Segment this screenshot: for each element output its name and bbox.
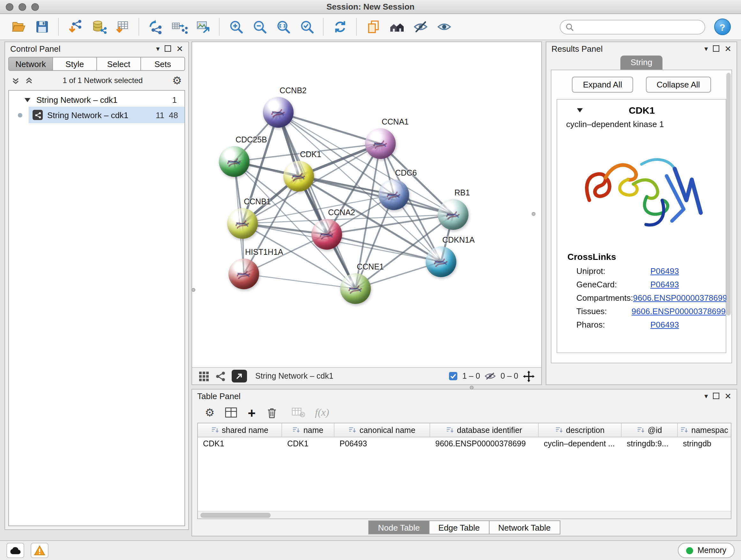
search-input[interactable] xyxy=(578,22,699,31)
open-session-icon[interactable] xyxy=(6,16,30,38)
network-row[interactable]: String Network – cdk1 11 48 xyxy=(9,107,185,123)
hide-selected-eye-slash-icon[interactable] xyxy=(408,16,432,38)
panel-collapse-icon[interactable]: ▾ xyxy=(704,45,708,52)
panel-close-icon[interactable]: ✕ xyxy=(724,44,731,53)
tab-string[interactable]: String xyxy=(620,56,663,70)
collapse-all-chevrons-icon[interactable] xyxy=(25,76,33,84)
cell-shared-name[interactable]: CDK1 xyxy=(198,437,282,451)
splitter-handle[interactable] xyxy=(532,212,536,216)
splitter-handle[interactable] xyxy=(470,386,474,389)
cell-canonical-name[interactable]: P06493 xyxy=(334,437,430,451)
panel-collapse-icon[interactable]: ▾ xyxy=(156,45,159,52)
search-box[interactable] xyxy=(560,19,705,34)
cell-description[interactable]: cyclin–dependent ... xyxy=(539,437,622,451)
splitter-handle[interactable] xyxy=(192,288,195,292)
section-disclosure-icon[interactable] xyxy=(576,107,583,113)
open-in-new-window-button[interactable] xyxy=(232,370,247,382)
results-scrollbar[interactable] xyxy=(726,73,731,315)
network-overview-icon[interactable] xyxy=(215,371,226,381)
import-network-database-icon[interactable] xyxy=(87,16,111,38)
scrollbar-thumb[interactable] xyxy=(200,513,271,518)
import-table-icon[interactable] xyxy=(111,16,134,38)
export-image-icon[interactable] xyxy=(191,16,214,38)
expand-all-button[interactable]: Expand All xyxy=(572,77,633,92)
new-network-icon[interactable] xyxy=(144,16,167,38)
panel-close-icon[interactable]: ✕ xyxy=(724,392,731,400)
column-header[interactable]: namespac xyxy=(678,423,731,437)
table-settings-gear-icon[interactable]: ⚙ xyxy=(205,407,215,418)
column-header[interactable]: description xyxy=(539,423,622,437)
zoom-out-icon[interactable] xyxy=(248,16,271,38)
network-node-cdkn1a[interactable] xyxy=(426,246,456,277)
network-node-hist1h1a[interactable] xyxy=(228,259,259,289)
panel-float-icon[interactable] xyxy=(713,45,719,52)
column-header[interactable]: @id xyxy=(622,423,678,437)
network-collection-row[interactable]: String Network – cdk1 1 xyxy=(9,92,185,107)
network-node-cdc6[interactable] xyxy=(379,179,409,210)
tab-edge-table[interactable]: Edge Table xyxy=(429,520,489,535)
network-node-ccne1[interactable] xyxy=(340,273,371,304)
cell-id[interactable]: stringdb:9... xyxy=(622,437,678,451)
crosslink-link[interactable]: 9606.ENSP00000378699 xyxy=(631,307,726,316)
network-node-rb1[interactable] xyxy=(438,199,468,230)
network-canvas[interactable]: CCNB2CCNA1CDC25BCDK1CDC6RB1CCNB1CCNA2CDK… xyxy=(192,42,541,367)
cell-database-identifier[interactable]: 9606.ENSP00000378699 xyxy=(430,437,539,451)
help-button[interactable]: ? xyxy=(714,18,731,35)
memory-button[interactable]: Memory xyxy=(678,543,735,558)
disclosure-triangle-icon[interactable] xyxy=(24,97,30,103)
panel-close-icon[interactable]: ✕ xyxy=(176,44,183,53)
import-network-file-icon[interactable] xyxy=(63,16,87,38)
column-header[interactable]: name xyxy=(282,423,334,437)
network-node-cdc25b[interactable] xyxy=(219,146,250,177)
zoom-window-button[interactable] xyxy=(31,3,39,11)
duplicate-document-icon[interactable] xyxy=(361,16,385,38)
table-row[interactable]: CDK1 CDK1 P06493 9606.ENSP00000378699 cy… xyxy=(198,437,731,451)
zoom-in-icon[interactable] xyxy=(224,16,248,38)
tab-style[interactable]: Style xyxy=(53,57,97,71)
cell-namespace[interactable]: stringdb xyxy=(678,437,731,451)
cell-name[interactable]: CDK1 xyxy=(282,437,334,451)
tab-select[interactable]: Select xyxy=(97,57,141,71)
selected-network-row[interactable]: String Network – cdk1 11 48 xyxy=(29,107,185,123)
zoom-selected-icon[interactable] xyxy=(295,16,319,38)
grid-view-icon[interactable] xyxy=(199,371,209,381)
gear-icon[interactable]: ⚙ xyxy=(172,75,182,86)
crosslink-link[interactable]: 9606.ENSP00000378699 xyxy=(633,293,727,303)
minimize-window-button[interactable] xyxy=(18,3,26,11)
panel-float-icon[interactable] xyxy=(165,45,171,52)
cloud-status-button[interactable] xyxy=(6,543,24,558)
show-columns-icon[interactable] xyxy=(225,407,238,418)
network-node-ccnb2[interactable] xyxy=(263,97,293,128)
tab-network[interactable]: Network xyxy=(8,57,53,71)
refresh-layout-icon[interactable] xyxy=(328,16,352,38)
collapse-all-button[interactable]: Collapse All xyxy=(646,77,711,92)
network-node-ccnb1[interactable] xyxy=(227,208,258,239)
horizontal-scrollbar[interactable] xyxy=(198,511,731,518)
expand-all-chevrons-icon[interactable] xyxy=(11,76,20,84)
network-node-ccna2[interactable] xyxy=(312,219,342,250)
warnings-button[interactable] xyxy=(30,543,49,558)
column-header[interactable]: shared name xyxy=(198,423,282,437)
close-window-button[interactable] xyxy=(6,3,13,11)
tab-node-table[interactable]: Node Table xyxy=(368,520,429,535)
network-from-table-icon[interactable] xyxy=(167,16,191,38)
panel-collapse-icon[interactable]: ▾ xyxy=(704,392,708,399)
delete-column-trash-icon[interactable] xyxy=(266,407,277,419)
tab-sets[interactable]: Sets xyxy=(141,57,185,71)
tab-network-table[interactable]: Network Table xyxy=(489,520,560,535)
save-session-icon[interactable] xyxy=(30,16,54,38)
hidden-eye-slash-icon[interactable] xyxy=(484,372,496,381)
show-all-eye-icon[interactable] xyxy=(432,16,456,38)
column-header[interactable]: database identifier xyxy=(430,423,539,437)
crosslink-link[interactable]: P06493 xyxy=(650,266,679,276)
crosslink-link[interactable]: P06493 xyxy=(650,280,679,289)
add-column-plus-icon[interactable]: + xyxy=(248,406,256,419)
column-header[interactable]: canonical name xyxy=(334,423,430,437)
selected-checkbox-icon[interactable] xyxy=(449,372,458,381)
pan-move-icon[interactable] xyxy=(523,370,535,382)
network-node-ccna1[interactable] xyxy=(365,128,396,159)
network-node-cdk1[interactable] xyxy=(283,161,314,192)
crosslink-link[interactable]: P06493 xyxy=(650,320,679,329)
home-networks-icon[interactable] xyxy=(385,16,408,38)
zoom-fit-icon[interactable] xyxy=(271,16,295,38)
